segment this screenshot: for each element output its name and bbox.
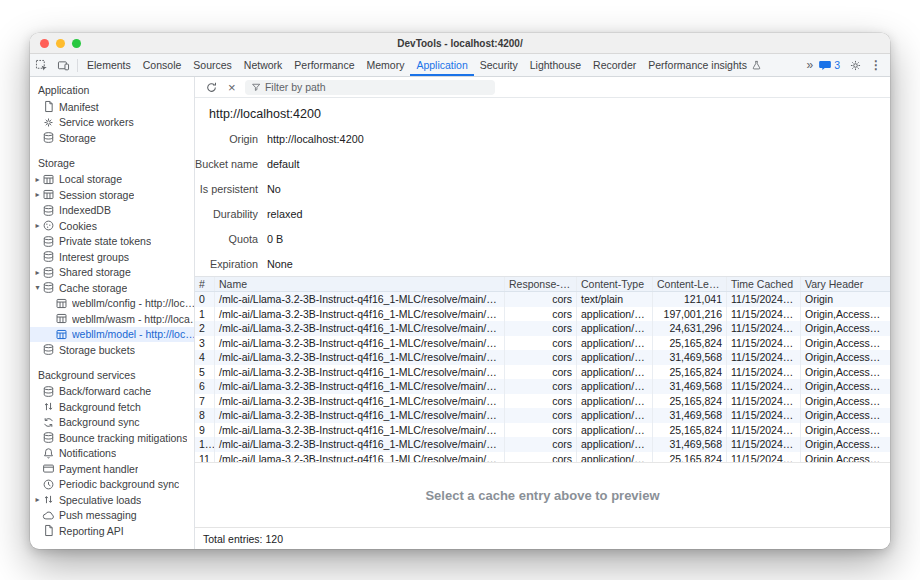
devtools-tab[interactable]: Network	[238, 54, 289, 76]
expander-arrow-icon[interactable]: ▸	[33, 175, 42, 184]
sidebar-item[interactable]: Reporting API	[30, 523, 194, 539]
column-header-time-cached[interactable]: Time Cached	[727, 277, 801, 291]
devtools-tab[interactable]: Memory	[360, 54, 410, 76]
sidebar-item-icon	[55, 328, 68, 341]
sidebar-item[interactable]: ▸ Speculative loads	[30, 492, 194, 508]
devtools-tab[interactable]: Lighthouse	[524, 54, 587, 76]
devtools-tab[interactable]: Performance insights	[642, 54, 768, 76]
refresh-button[interactable]	[203, 79, 219, 95]
sidebar-item[interactable]: Background sync	[30, 415, 194, 431]
sidebar-item[interactable]: ▸ Cookies	[30, 218, 194, 234]
metadata-row: Expiration None	[195, 251, 890, 276]
more-tabs-button[interactable]: »	[806, 58, 812, 72]
sidebar-item[interactable]: webllm/model - http://loc…	[30, 327, 194, 343]
experiment-flask-icon	[751, 60, 762, 71]
tabbar-actions: » 3 ⋮	[798, 58, 890, 72]
sidebar-item[interactable]: Private state tokens	[30, 234, 194, 250]
cell-content-length: 31,469,568	[653, 350, 727, 365]
column-header-name[interactable]: Name	[215, 277, 505, 291]
sidebar-item[interactable]: Storage buckets	[30, 342, 194, 358]
column-header-index[interactable]: #	[195, 277, 215, 291]
clear-button[interactable]: ×	[228, 81, 236, 94]
expander-arrow-icon[interactable]: ▸	[33, 268, 42, 277]
sidebar-item[interactable]: Manifest	[30, 99, 194, 115]
expander-arrow-icon[interactable]: ▾	[33, 283, 42, 292]
devtools-tab[interactable]: Console	[137, 54, 188, 76]
sidebar-item[interactable]: Notifications	[30, 446, 194, 462]
cell-vary-header: Origin,Access…	[801, 394, 890, 409]
sidebar-section: Background services Back/forward cache B…	[30, 366, 194, 539]
sidebar-item[interactable]: webllm/wasm - http://loca…	[30, 311, 194, 327]
column-header-response-type[interactable]: Response-Type	[505, 277, 577, 291]
filter-input[interactable]	[265, 81, 489, 93]
sidebar-item-label: Shared storage	[59, 266, 131, 278]
sidebar-item[interactable]: Service workers	[30, 115, 194, 131]
sidebar-item[interactable]: Bounce tracking mitigations	[30, 430, 194, 446]
sidebar-item[interactable]: Background fetch	[30, 399, 194, 415]
sidebar-item[interactable]: Push messaging	[30, 508, 194, 524]
sidebar-item[interactable]: webllm/config - http://loc…	[30, 296, 194, 312]
cell-vary-header: Origin,Access…	[801, 452, 890, 463]
console-drawer-badge[interactable]: 3	[819, 59, 840, 71]
cache-entry-row[interactable]: 8 /mlc-ai/Llama-3.2-3B-Instruct-q4f16_1-…	[195, 408, 890, 423]
sidebar-item[interactable]: Payment handler	[30, 461, 194, 477]
sidebar-item[interactable]: IndexedDB	[30, 203, 194, 219]
column-header-content-length[interactable]: Content-Length	[653, 277, 727, 291]
cell-index: 8	[195, 408, 215, 423]
metadata-label: Origin	[195, 133, 258, 145]
cell-content-length: 197,001,216	[653, 307, 727, 322]
expander-arrow-icon[interactable]: ▸	[33, 221, 42, 230]
sidebar-item[interactable]: ▸ Shared storage	[30, 265, 194, 281]
sidebar-item[interactable]: ▸ Local storage	[30, 172, 194, 188]
devtools-tab[interactable]: Elements	[81, 54, 137, 76]
metadata-value: default	[267, 158, 299, 170]
column-header-content-type[interactable]: Content-Type	[577, 277, 653, 291]
cache-storage-panel: × http://localhost:4200 Origin http://lo…	[195, 77, 890, 549]
sidebar-item[interactable]: Back/forward cache	[30, 384, 194, 400]
cell-name: /mlc-ai/Llama-3.2-3B-Instruct-q4f16_1-ML…	[215, 379, 505, 394]
devtools-tab[interactable]: Security	[474, 54, 524, 76]
cell-vary-header: Origin,Access…	[801, 379, 890, 394]
devtools-tab[interactable]: Sources	[187, 54, 238, 76]
devtools-tab[interactable]: Recorder	[587, 54, 642, 76]
sidebar-item[interactable]: Storage	[30, 130, 194, 146]
cache-entry-row[interactable]: 1 /mlc-ai/Llama-3.2-3B-Instruct-q4f16_1-…	[195, 307, 890, 322]
cell-vary-header: Origin,Access…	[801, 336, 890, 351]
sidebar-item[interactable]: ▸ Session storage	[30, 187, 194, 203]
cache-entry-row[interactable]: 3 /mlc-ai/Llama-3.2-3B-Instruct-q4f16_1-…	[195, 336, 890, 351]
cell-content-length: 24,631,296	[653, 321, 727, 336]
cache-entry-row[interactable]: 7 /mlc-ai/Llama-3.2-3B-Instruct-q4f16_1-…	[195, 394, 890, 409]
sidebar-item[interactable]: ▾ Cache storage	[30, 280, 194, 296]
cache-entry-row[interactable]: 5 /mlc-ai/Llama-3.2-3B-Instruct-q4f16_1-…	[195, 365, 890, 380]
cache-entry-row[interactable]: 11 /mlc-ai/Llama-3.2-3B-Instruct-q4f16_1…	[195, 452, 890, 463]
cache-entry-row[interactable]: 6 /mlc-ai/Llama-3.2-3B-Instruct-q4f16_1-…	[195, 379, 890, 394]
table-rows: 0 /mlc-ai/Llama-3.2-3B-Instruct-q4f16_1-…	[195, 292, 890, 462]
sidebar-item-label: Service workers	[59, 116, 134, 128]
main-menu-button[interactable]: ⋮	[870, 58, 882, 72]
settings-button[interactable]	[847, 59, 863, 72]
sidebar-item-icon	[55, 297, 68, 310]
device-toolbar-icon[interactable]	[52, 54, 74, 76]
column-header-vary-header[interactable]: Vary Header	[801, 277, 890, 291]
tabbar-divider	[77, 59, 78, 72]
sidebar-item-icon	[42, 478, 55, 491]
origin-title: http://localhost:4200	[195, 98, 890, 126]
inspect-element-icon[interactable]	[30, 54, 52, 76]
devtools-tab[interactable]: Application	[410, 54, 473, 76]
metadata-label: Is persistent	[195, 183, 258, 195]
cache-entry-row[interactable]: 4 /mlc-ai/Llama-3.2-3B-Instruct-q4f16_1-…	[195, 350, 890, 365]
sidebar-item-icon	[42, 509, 55, 522]
expander-arrow-icon[interactable]: ▸	[33, 190, 42, 199]
cell-index: 7	[195, 394, 215, 409]
cell-index: 10	[195, 437, 215, 452]
devtools-tab[interactable]: Performance	[288, 54, 360, 76]
sidebar-item-label: Storage	[59, 132, 96, 144]
sidebar-item[interactable]: Periodic background sync	[30, 477, 194, 493]
expander-arrow-icon[interactable]: ▸	[33, 495, 42, 504]
cache-entry-row[interactable]: 10 /mlc-ai/Llama-3.2-3B-Instruct-q4f16_1…	[195, 437, 890, 452]
cache-entry-row[interactable]: 0 /mlc-ai/Llama-3.2-3B-Instruct-q4f16_1-…	[195, 292, 890, 307]
cell-content-length: 31,469,568	[653, 379, 727, 394]
sidebar-item[interactable]: Interest groups	[30, 249, 194, 265]
cache-entry-row[interactable]: 9 /mlc-ai/Llama-3.2-3B-Instruct-q4f16_1-…	[195, 423, 890, 438]
cache-entry-row[interactable]: 2 /mlc-ai/Llama-3.2-3B-Instruct-q4f16_1-…	[195, 321, 890, 336]
